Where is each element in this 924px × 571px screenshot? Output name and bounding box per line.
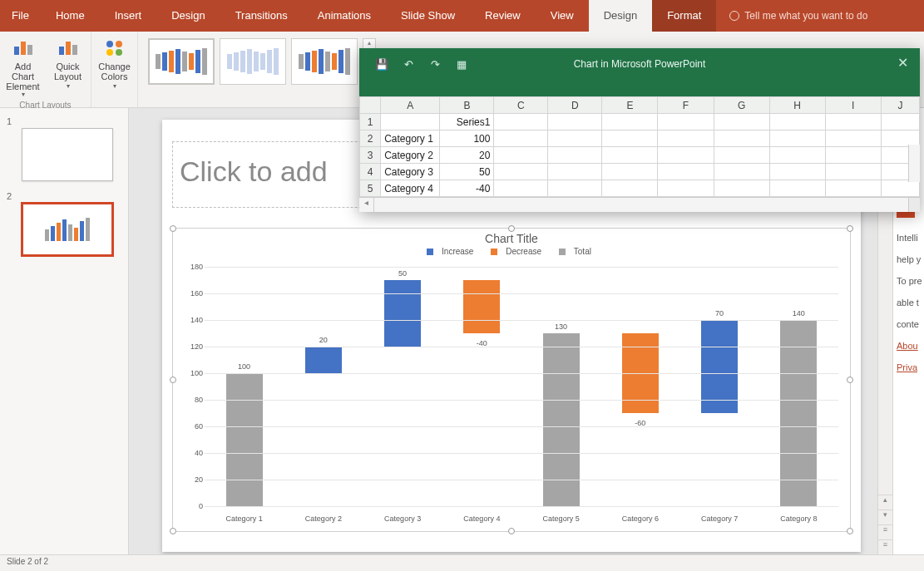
cell-B5[interactable]: -40 — [440, 180, 494, 197]
cell-B2[interactable]: 100 — [440, 130, 494, 147]
cell-D2[interactable] — [548, 130, 602, 147]
embedded-sheet-window[interactable]: 💾 ↶ ↷ ▦ Chart in Microsoft PowerPoint ✕ … — [359, 48, 920, 212]
col-header-A[interactable]: A — [381, 97, 440, 114]
cell-G1[interactable] — [714, 114, 769, 130]
sheet-vscroll[interactable] — [908, 145, 920, 182]
sheet-grid[interactable]: ABCDEFGHIJ 1Series12Category 11003Catego… — [359, 96, 920, 197]
cell-D3[interactable] — [548, 147, 602, 164]
col-header-F[interactable]: F — [658, 97, 714, 114]
thumb-2[interactable] — [22, 203, 113, 256]
chart-style-3[interactable] — [291, 38, 358, 85]
cell-B1[interactable]: Series1 — [440, 114, 494, 130]
cell-F2[interactable] — [658, 130, 714, 147]
row-header-2[interactable]: 2 — [360, 130, 381, 147]
sheet-undo-icon[interactable]: ↶ — [399, 55, 418, 73]
vscroll-next-slide[interactable]: ≡ — [878, 539, 892, 554]
handle-se[interactable] — [847, 528, 853, 534]
tab-insert[interactable]: Insert — [100, 0, 157, 32]
cell-A3[interactable]: Category 2 — [381, 147, 440, 164]
quick-layout-button[interactable]: Quick Layout — [48, 35, 88, 99]
tab-transitions[interactable]: Transitions — [220, 0, 303, 32]
cell-J1[interactable] — [881, 114, 919, 130]
cell-J5[interactable] — [881, 180, 919, 197]
cell-F4[interactable] — [658, 164, 714, 180]
cell-B3[interactable]: 20 — [440, 147, 494, 164]
cell-F5[interactable] — [658, 180, 714, 197]
cell-E5[interactable] — [602, 180, 658, 197]
cell-C2[interactable] — [494, 130, 548, 147]
vscroll-down[interactable]: ▾ — [878, 509, 892, 524]
bar-Category 2[interactable] — [305, 347, 342, 373]
tab-chart-design[interactable]: Design — [589, 0, 652, 32]
change-colors-button[interactable]: Change Colors — [95, 35, 135, 91]
row-header-3[interactable]: 3 — [360, 147, 381, 164]
cell-G2[interactable] — [714, 130, 769, 147]
cell-H3[interactable] — [769, 147, 825, 164]
cell-H1[interactable] — [769, 114, 825, 130]
handle-nw[interactable] — [170, 225, 176, 232]
cell-A5[interactable]: Category 4 — [381, 180, 440, 197]
add-chart-element-button[interactable]: Add Chart Element — [3, 35, 43, 99]
cell-G4[interactable] — [714, 164, 769, 180]
tab-view[interactable]: View — [536, 0, 589, 32]
cell-C3[interactable] — [494, 147, 548, 164]
tab-home[interactable]: Home — [41, 0, 100, 32]
sheet-resize-corner[interactable] — [908, 197, 920, 212]
col-header-D[interactable]: D — [548, 97, 602, 114]
tab-file[interactable]: File — [0, 0, 41, 32]
col-header-E[interactable]: E — [602, 97, 658, 114]
chart-legend[interactable]: Increase Decrease Total — [173, 247, 850, 260]
cell-G5[interactable] — [714, 180, 769, 197]
tab-animations[interactable]: Animations — [303, 0, 386, 32]
sheet-redo-icon[interactable]: ↷ — [426, 55, 444, 73]
cell-E1[interactable] — [602, 114, 658, 130]
cell-C5[interactable] — [494, 180, 548, 197]
col-header-J[interactable]: J — [881, 97, 919, 114]
handle-ne[interactable] — [847, 225, 853, 232]
cell-E3[interactable] — [602, 147, 658, 164]
chart-style-1[interactable] — [148, 38, 215, 85]
handle-sw[interactable] — [170, 528, 176, 534]
cell-I5[interactable] — [825, 180, 881, 197]
designer-about-link[interactable]: Abou — [897, 341, 918, 351]
col-header-C[interactable]: C — [494, 97, 548, 114]
cell-D1[interactable] — [548, 114, 602, 130]
cell-E2[interactable] — [602, 130, 658, 147]
cell-A2[interactable]: Category 1 — [381, 130, 440, 147]
cell-D5[interactable] — [548, 180, 602, 197]
bar-Category 1[interactable] — [226, 373, 263, 506]
cell-D4[interactable] — [548, 164, 602, 180]
tab-design[interactable]: Design — [156, 0, 220, 32]
sheet-grid-icon[interactable]: ▦ — [452, 55, 471, 73]
tab-slideshow[interactable]: Slide Show — [386, 0, 470, 32]
col-header-I[interactable]: I — [825, 97, 881, 114]
row-header-4[interactable]: 4 — [360, 164, 381, 180]
cell-I1[interactable] — [825, 114, 881, 130]
sheet-hscroll-left[interactable]: ◂ — [359, 198, 374, 212]
tab-review[interactable]: Review — [470, 0, 536, 32]
col-header-H[interactable]: H — [769, 97, 825, 114]
chart-object[interactable]: Chart Title Increase Decrease Total 0204… — [172, 228, 851, 532]
cell-B4[interactable]: 50 — [440, 164, 494, 180]
cell-F1[interactable] — [658, 114, 714, 130]
handle-s[interactable] — [508, 528, 515, 534]
sheet-hscroll[interactable]: ◂ ▸ — [359, 197, 920, 212]
cell-H2[interactable] — [769, 130, 825, 147]
cell-H4[interactable] — [769, 164, 825, 180]
cell-I4[interactable] — [825, 164, 881, 180]
sheet-close-icon[interactable]: ✕ — [892, 55, 913, 71]
tab-format[interactable]: Format — [652, 0, 716, 32]
cell-C1[interactable] — [494, 114, 548, 130]
handle-e[interactable] — [847, 377, 853, 383]
sheet-hscroll-track[interactable] — [374, 198, 905, 212]
cell-C4[interactable] — [494, 164, 548, 180]
handle-w[interactable] — [170, 377, 176, 383]
cell-E4[interactable] — [602, 164, 658, 180]
row-header-1[interactable]: 1 — [360, 114, 381, 130]
handle-n[interactable] — [508, 225, 515, 232]
cell-I2[interactable] — [825, 130, 881, 147]
cell-A4[interactable]: Category 3 — [381, 164, 440, 180]
vscroll-prev-slide[interactable]: ≡ — [878, 524, 892, 539]
cell-A1[interactable] — [381, 114, 440, 130]
sheet-save-icon[interactable]: 💾 — [373, 55, 391, 73]
